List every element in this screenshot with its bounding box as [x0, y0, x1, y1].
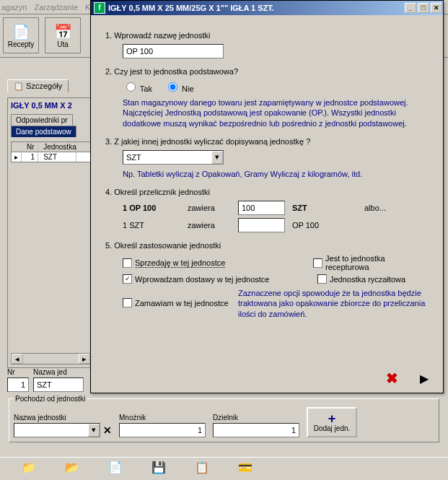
combo-value: SZT: [126, 153, 141, 162]
chevron-down-icon[interactable]: ▾: [88, 424, 100, 437]
dzielnik-input[interactable]: [213, 423, 299, 437]
maximize-button[interactable]: □: [418, 3, 429, 13]
col-jednostka: Jednostka: [40, 142, 76, 152]
col-marker: [12, 148, 22, 149]
chk-sprzedaje-label: Sprzedaję w tej jednostce: [135, 258, 225, 268]
unit-dialog: f IGŁY 0,5 MM X 25 MM/25G X 1"" IGŁA 1 S…: [90, 0, 444, 393]
horizontal-scrollbar[interactable]: ◂ ▸: [11, 353, 91, 365]
q2-hint: Stan magazynowy danego towaru jest zapam…: [123, 97, 429, 128]
document-icon: 📄: [12, 23, 30, 40]
nazwa-jednostki-label: Nazwa jednostki: [14, 414, 112, 422]
dzielnik-label: Dzielnik: [213, 414, 299, 422]
chk-zamawiam-label: Zamawiam w tej jednostce: [135, 299, 229, 307]
chk-dostawy[interactable]: [123, 274, 132, 284]
minimize-button[interactable]: _: [405, 3, 416, 13]
conv-zawiera: zawiera: [188, 204, 231, 212]
tab-dane-podstawowe[interactable]: Dane podstawow: [11, 126, 76, 137]
radio-nie[interactable]: Nie: [164, 84, 194, 93]
app-icon: f: [94, 2, 105, 14]
clipboard-icon[interactable]: 📋: [195, 461, 209, 476]
radio-tak-input[interactable]: [126, 82, 136, 92]
mnoznik-label: Mnożnik: [119, 414, 206, 422]
document-icon[interactable]: 📄: [108, 461, 123, 476]
menu-item[interactable]: Zarządzanie: [34, 3, 78, 12]
unit-name-input[interactable]: [123, 44, 224, 58]
nazwa-label: Nazwa jed: [33, 368, 84, 376]
tab-szczegoly[interactable]: 📋 Szczegóły: [7, 79, 69, 92]
scroll-left-icon[interactable]: ◂: [12, 354, 23, 364]
chk-ryczaltowa-label: Jednostka ryczałtowa: [330, 275, 405, 284]
chk-zamawiam-note: Zaznaczene opcji spowoduje że ta jednost…: [238, 288, 429, 319]
folder-icon[interactable]: 📂: [65, 461, 79, 476]
plus-icon: +: [328, 413, 336, 424]
q1-label: 1. Wprowadź nazwę jednostki: [105, 31, 429, 40]
details-panel: IGŁY 0,5 MM X 2 Odpowiedniki pr Dane pod…: [7, 97, 95, 368]
conv-left: 1 OP 100: [123, 204, 180, 212]
table-row[interactable]: ▸ 1 SZT: [12, 152, 90, 162]
q5-label: 5. Określ zastosowanie jednostki: [105, 241, 429, 250]
chk-recepturowa[interactable]: [313, 258, 322, 268]
toolbar-btn-uta[interactable]: 📅 Uta: [45, 17, 81, 53]
radio-label: Tak: [140, 84, 152, 93]
cell-nr: 1: [24, 152, 38, 162]
details-tabs: 📋 Szczegóły: [7, 79, 69, 92]
albo-label: albo...: [364, 204, 386, 212]
mnoznik-input[interactable]: [119, 423, 206, 437]
source-unit-combo[interactable]: SZT ▾: [123, 150, 224, 165]
conv-unit-2: OP 100: [292, 221, 328, 230]
tab-label: Szczegóły: [26, 82, 62, 90]
conv-unit-1: SZT: [292, 204, 328, 212]
toolbar-btn-label: Uta: [57, 40, 69, 48]
nazwa-jednostki-combo[interactable]: ▾: [14, 423, 100, 437]
device-icon[interactable]: 💾: [151, 461, 166, 476]
chk-recepturowa-label: Jest to jednostka recepturowa: [325, 254, 429, 271]
nazwa-input[interactable]: [33, 378, 84, 392]
tab-odpowiedniki[interactable]: Odpowiedniki pr: [11, 114, 73, 126]
q2-label: 2. Czy jest to jednostka podstawowa?: [105, 67, 429, 76]
chk-zamawiam[interactable]: [123, 298, 132, 307]
dialog-footer: ✖ ▶: [386, 370, 429, 387]
conv-zawiera-2: zawiera: [188, 221, 231, 230]
radio-nie-input[interactable]: [168, 82, 177, 92]
card-icon[interactable]: 💳: [238, 461, 252, 476]
panel-title: IGŁY 0,5 MM X 2: [11, 101, 91, 110]
toolbar-btn-recepty[interactable]: 📄 Recepty: [3, 17, 39, 53]
conv-value-2[interactable]: [238, 218, 285, 232]
nr-label: Nr: [7, 368, 29, 376]
multiply-icon: ✕: [103, 424, 112, 436]
units-table: Nr Jednostka ▸ 1 SZT: [11, 141, 91, 162]
chevron-down-icon[interactable]: ▾: [211, 151, 223, 164]
dialog-title: IGŁY 0,5 MM X 25 MM/25G X 1"" IGŁA 1 SZT…: [108, 4, 404, 12]
status-bar-icons: 📁 📂 📄 💾 📋 💳: [0, 457, 448, 479]
dialog-titlebar[interactable]: f IGŁY 0,5 MM X 25 MM/25G X 1"" IGŁA 1 S…: [91, 1, 443, 15]
chk-sprzedaje[interactable]: [123, 258, 132, 268]
conv-value-1[interactable]: [238, 201, 285, 215]
add-btn-label: Dodaj jedn.: [314, 424, 351, 432]
group-legend: Pochodzi od jednostki: [14, 395, 87, 403]
cancel-button[interactable]: ✖: [386, 370, 398, 387]
scroll-right-icon[interactable]: ▸: [79, 354, 90, 364]
conv-left-2: 1 SZT: [123, 221, 180, 230]
row-marker: ▸: [12, 152, 22, 162]
add-unit-button[interactable]: + Dodaj jedn.: [307, 407, 357, 437]
dialog-body: 1. Wprowadź nazwę jednostki 2. Czy jest …: [91, 15, 443, 329]
chk-ryczaltowa[interactable]: [317, 274, 327, 284]
folder-icon[interactable]: 📁: [22, 461, 36, 476]
col-nr: Nr: [24, 142, 38, 152]
q3-label: 3. Z jakiej innej jednostki wyliczać dop…: [105, 137, 429, 146]
calendar-icon: 📅: [54, 23, 72, 40]
q3-hint: Np. Tabletki wyliczaj z Opakowań, Gramy …: [123, 169, 429, 179]
pochodzi-group: Pochodzi od jednostki Nazwa jednostki ▾ …: [9, 395, 439, 442]
radio-tak[interactable]: Tak: [123, 84, 152, 93]
radio-label: Nie: [182, 84, 194, 93]
close-button[interactable]: ✕: [431, 3, 442, 13]
toolbar-btn-label: Recepty: [8, 40, 35, 48]
menu-item[interactable]: agazyn: [1, 3, 27, 12]
next-button[interactable]: ▶: [420, 372, 429, 385]
q4-label: 4. Określ przelicznik jednostki: [105, 188, 429, 196]
cell-unit: SZT: [40, 152, 76, 162]
chk-dostawy-label: Wprowadzam dostawy w tej jednostce: [135, 275, 269, 284]
nr-input[interactable]: [7, 378, 29, 392]
